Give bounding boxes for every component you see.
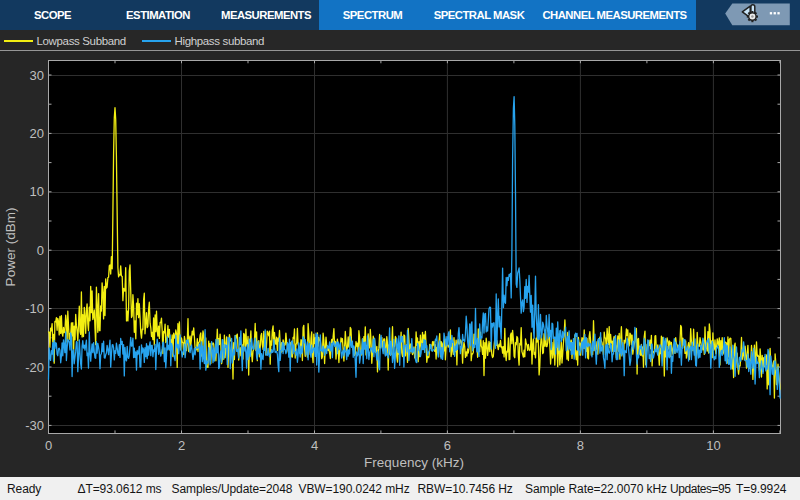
svg-text:20: 20 <box>30 126 44 141</box>
svg-text:0: 0 <box>45 438 52 453</box>
svg-text:-30: -30 <box>25 418 44 433</box>
svg-text:30: 30 <box>30 68 44 83</box>
svg-text:-10: -10 <box>25 301 44 316</box>
svg-text:10: 10 <box>30 184 44 199</box>
svg-text:Frequency (kHz): Frequency (kHz) <box>364 455 464 470</box>
svg-text:-20: -20 <box>25 360 44 375</box>
svg-text:4: 4 <box>311 438 318 453</box>
svg-text:10: 10 <box>706 438 720 453</box>
svg-text:Power (dBm): Power (dBm) <box>3 208 18 287</box>
svg-text:6: 6 <box>444 438 451 453</box>
svg-text:0: 0 <box>37 243 44 258</box>
svg-text:2: 2 <box>178 438 185 453</box>
svg-text:8: 8 <box>577 438 584 453</box>
